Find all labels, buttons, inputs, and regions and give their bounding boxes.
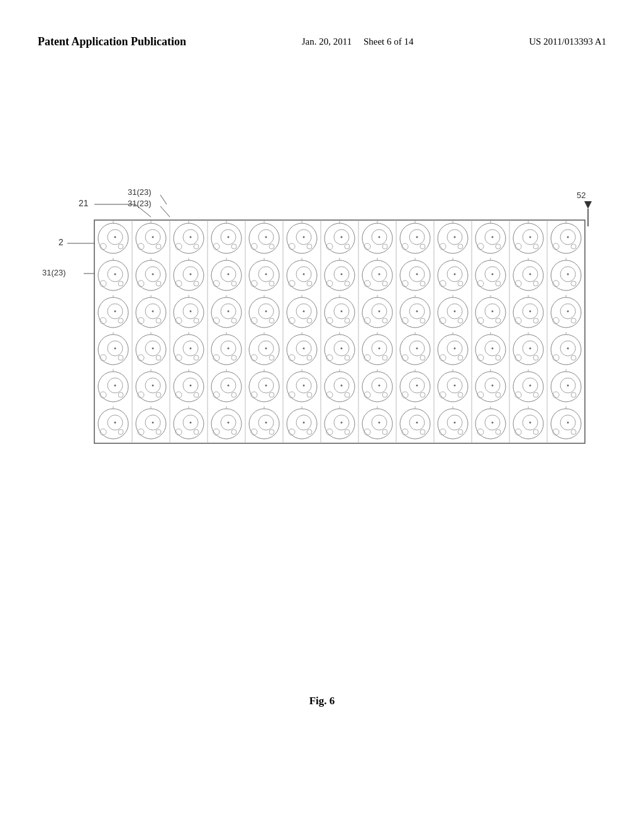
label-21: 21	[79, 198, 89, 208]
patent-diagram: 21 31(23) 31(23) 52 2 31(23)	[35, 182, 607, 453]
publication-number: US 2011/013393 A1	[529, 35, 606, 49]
svg-line-5	[160, 206, 170, 217]
sheet-info: Sheet 6 of 14	[364, 36, 414, 47]
publication-date: Jan. 20, 2011	[302, 36, 352, 47]
svg-point-26	[35, 182, 50, 197]
svg-text:31(23): 31(23)	[42, 268, 66, 277]
svg-line-3	[160, 195, 167, 204]
svg-point-27	[35, 182, 44, 189]
figure-caption: Fig. 6	[0, 695, 644, 707]
svg-text:31(23): 31(23)	[128, 199, 152, 208]
publication-title: Patent Application Publication	[38, 35, 186, 49]
svg-text:31(23): 31(23)	[128, 187, 152, 197]
svg-marker-7	[584, 201, 592, 209]
publication-date-sheet: Jan. 20, 2011 Sheet 6 of 14	[302, 35, 414, 49]
page-header: Patent Application Publication Jan. 20, …	[0, 35, 644, 49]
svg-text:2: 2	[58, 237, 64, 247]
svg-point-29	[40, 188, 45, 193]
svg-text:52: 52	[577, 191, 586, 200]
